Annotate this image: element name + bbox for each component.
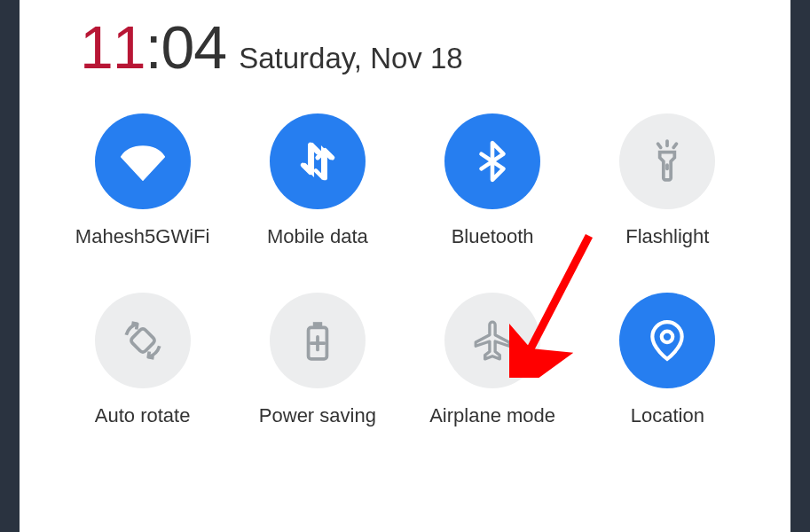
svg-rect-6 [314, 323, 321, 327]
mobile-data-tile: Mobile data [230, 113, 405, 248]
mobile-data-icon [295, 139, 340, 184]
date: Saturday, Nov 18 [239, 42, 463, 75]
status-bar: 11:04 Saturday, Nov 18 [20, 0, 790, 82]
quick-settings-panel: 11:04 Saturday, Nov 18 Mahesh5GWiFi Mobi… [20, 0, 790, 532]
flashlight-icon [645, 139, 689, 184]
power-saving-tile: Power saving [230, 293, 405, 427]
quick-settings-grid: Mahesh5GWiFi Mobile data Bluetooth [20, 82, 790, 427]
svg-line-2 [658, 144, 661, 147]
airplane-mode-toggle[interactable] [444, 293, 540, 388]
flashlight-label: Flashlight [625, 225, 709, 248]
wifi-toggle[interactable] [95, 113, 191, 209]
clock-minutes: 04 [161, 13, 227, 81]
location-label: Location [631, 404, 704, 427]
mobile-data-label: Mobile data [267, 225, 368, 248]
mobile-data-toggle[interactable] [270, 113, 366, 209]
clock: 11:04 [80, 12, 226, 82]
power-saving-toggle[interactable] [270, 293, 366, 388]
flashlight-tile: Flashlight [580, 113, 755, 248]
wifi-label: Mahesh5GWiFi [75, 225, 210, 248]
airplane-icon [470, 318, 515, 363]
svg-line-3 [674, 144, 677, 147]
bluetooth-icon [470, 139, 515, 184]
bluetooth-toggle[interactable] [444, 113, 540, 209]
auto-rotate-toggle[interactable] [95, 293, 191, 388]
location-tile: Location [580, 293, 755, 427]
wifi-tile: Mahesh5GWiFi [55, 113, 230, 248]
svg-point-9 [662, 332, 673, 343]
svg-rect-4 [130, 327, 155, 353]
auto-rotate-icon [121, 318, 165, 363]
flashlight-toggle[interactable] [619, 113, 715, 209]
bluetooth-tile: Bluetooth [405, 113, 580, 248]
airplane-mode-label: Airplane mode [429, 404, 555, 427]
location-pin-icon [645, 318, 689, 363]
location-toggle[interactable] [619, 293, 715, 388]
auto-rotate-label: Auto rotate [95, 404, 191, 427]
power-saving-label: Power saving [259, 404, 376, 427]
clock-hours: 11 [80, 13, 145, 81]
wifi-icon [121, 139, 165, 184]
auto-rotate-tile: Auto rotate [55, 293, 230, 427]
airplane-mode-tile: Airplane mode [405, 293, 580, 427]
bluetooth-label: Bluetooth [452, 225, 534, 248]
battery-plus-icon [295, 318, 340, 363]
clock-separator: : [145, 13, 161, 81]
